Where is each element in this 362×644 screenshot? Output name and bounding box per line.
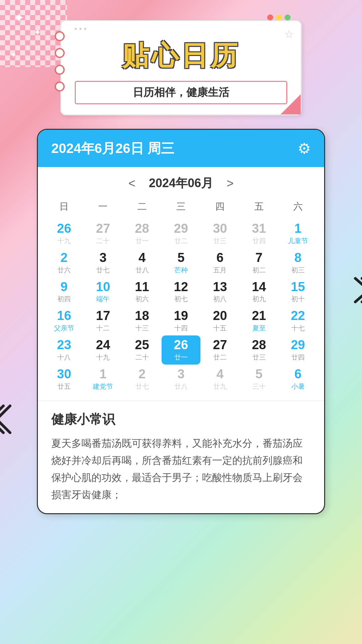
day-cell[interactable]: 18十三 — [123, 306, 162, 335]
window-dot-green — [285, 14, 291, 20]
day-number: 28 — [135, 222, 149, 236]
window-dot-red — [267, 14, 273, 20]
day-lunar: 十七 — [291, 324, 305, 333]
day-lunar: 廿九 — [213, 382, 227, 391]
day-number: 3 — [177, 367, 184, 381]
day-cell[interactable]: 27廿二 — [200, 335, 239, 365]
day-number: 27 — [213, 338, 227, 352]
day-number: 26 — [57, 222, 71, 236]
day-cell[interactable]: 5芒种 — [162, 248, 200, 277]
day-number: 18 — [135, 309, 149, 323]
day-number: 30 — [213, 222, 227, 236]
star-icon: ☆ — [284, 28, 294, 41]
day-cell[interactable]: 5三十 — [239, 365, 278, 394]
day-lunar: 廿八 — [135, 266, 149, 275]
day-lunar: 廿三 — [213, 236, 227, 246]
bottom-spacer — [0, 528, 362, 561]
day-cell[interactable]: 24十九 — [83, 335, 122, 365]
day-lunar: 端午 — [96, 294, 110, 304]
day-lunar: 廿四 — [252, 236, 266, 246]
day-cell[interactable]: 15初十 — [279, 277, 317, 307]
day-cell[interactable]: 17十二 — [83, 306, 122, 335]
notebook-rings — [55, 31, 65, 92]
next-month-button[interactable]: > — [227, 176, 234, 191]
main-calendar-card: 2024年6月26日 周三 ⚙ < 2024年06月 > 日 一 二 三 四 五… — [37, 129, 325, 514]
settings-icon[interactable]: ⚙ — [298, 140, 311, 157]
day-cell[interactable]: 4廿八 — [123, 248, 162, 277]
calendar-days: 26十九27二十28廿一29廿二30廿三31廿四1儿童节2廿六3廿七4廿八5芒种… — [45, 219, 317, 394]
day-cell[interactable]: 1儿童节 — [279, 219, 317, 248]
day-cell[interactable]: 29廿四 — [279, 335, 317, 365]
day-lunar: 廿三 — [252, 353, 266, 362]
day-number: 7 — [255, 251, 262, 265]
weekday-sat: 六 — [279, 197, 317, 216]
day-cell[interactable]: 11初六 — [123, 277, 162, 307]
day-cell[interactable]: 28廿一 — [123, 219, 162, 248]
day-number: 11 — [135, 280, 149, 294]
day-number: 4 — [217, 367, 224, 381]
day-cell[interactable]: 7初二 — [239, 248, 278, 277]
sparkle-icon-1: ✦ — [13, 10, 25, 25]
day-cell[interactable]: 31廿四 — [239, 219, 278, 248]
day-cell[interactable]: 12初七 — [162, 277, 200, 307]
day-lunar: 廿四 — [291, 353, 305, 362]
day-cell[interactable]: 27二十 — [83, 219, 122, 248]
day-number: 4 — [138, 251, 145, 265]
day-number: 15 — [291, 280, 305, 294]
day-cell[interactable]: 13初八 — [200, 277, 239, 307]
day-number: 29 — [174, 222, 188, 236]
day-cell[interactable]: 30廿三 — [200, 219, 239, 248]
day-number: 30 — [57, 367, 71, 381]
ring-3 — [55, 65, 65, 75]
chevron-left-decoration — [0, 402, 23, 437]
day-cell[interactable]: 21夏至 — [239, 306, 278, 335]
day-cell[interactable]: 3廿七 — [83, 248, 122, 277]
notebook-dots — [75, 28, 86, 30]
day-lunar: 廿六 — [57, 266, 71, 275]
day-cell[interactable]: 22十七 — [279, 306, 317, 335]
day-lunar: 十四 — [174, 324, 188, 333]
day-cell[interactable]: 20十五 — [200, 306, 239, 335]
dot-2 — [79, 28, 81, 30]
day-lunar: 廿七 — [96, 266, 110, 275]
day-cell[interactable]: 8初三 — [279, 248, 317, 277]
day-number: 3 — [100, 251, 107, 265]
day-cell[interactable]: 1建党节 — [83, 365, 122, 394]
day-cell[interactable]: 16父亲节 — [45, 306, 83, 335]
day-number: 27 — [96, 222, 110, 236]
day-number: 24 — [96, 338, 110, 352]
day-lunar: 廿二 — [174, 236, 188, 246]
day-cell[interactable]: 25二十 — [123, 335, 162, 365]
day-lunar: 初三 — [291, 266, 305, 275]
day-cell[interactable]: 2廿七 — [123, 365, 162, 394]
header-card: ☆ 贴心日历 日历相伴，健康生活 — [60, 20, 302, 115]
day-cell[interactable]: 3廿八 — [162, 365, 200, 394]
weekday-thu: 四 — [200, 197, 239, 216]
day-cell[interactable]: 6小暑 — [279, 365, 317, 394]
prev-month-button[interactable]: < — [128, 176, 135, 191]
day-cell[interactable]: 9初四 — [45, 277, 83, 307]
day-cell[interactable]: 26十九 — [45, 219, 83, 248]
day-lunar: 初八 — [213, 294, 227, 304]
day-cell[interactable]: 19十四 — [162, 306, 200, 335]
day-cell[interactable]: 23十八 — [45, 335, 83, 365]
day-number: 29 — [291, 338, 305, 352]
day-cell[interactable]: 30廿五 — [45, 365, 83, 394]
day-cell[interactable]: 6五月 — [200, 248, 239, 277]
day-lunar: 初四 — [57, 294, 71, 304]
ring-4 — [55, 82, 65, 92]
day-cell[interactable]: 28廿三 — [239, 335, 278, 365]
day-cell[interactable]: 2廿六 — [45, 248, 83, 277]
health-section-title: 健康小常识 — [51, 411, 311, 428]
day-lunar: 五月 — [213, 266, 227, 275]
window-dot-yellow — [276, 14, 282, 20]
day-cell[interactable]: 14初九 — [239, 277, 278, 307]
day-number: 19 — [174, 309, 188, 323]
day-cell[interactable]: 4廿九 — [200, 365, 239, 394]
weekday-fri: 五 — [239, 197, 278, 216]
day-cell[interactable]: 29廿二 — [162, 219, 200, 248]
day-cell[interactable]: 26廿一 — [162, 335, 200, 365]
day-lunar: 廿二 — [213, 353, 227, 362]
day-number: 22 — [291, 309, 305, 323]
day-cell[interactable]: 10端午 — [83, 277, 122, 307]
